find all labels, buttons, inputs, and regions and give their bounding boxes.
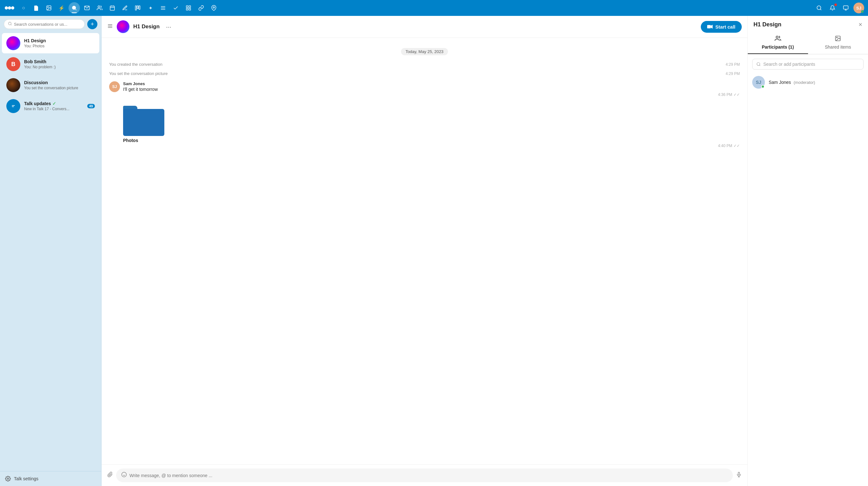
mail-nav-icon[interactable] [81,2,93,13]
links-nav-icon[interactable] [195,2,207,13]
folder-name: Photos [123,138,164,143]
folder-attachment[interactable]: Photos [123,106,164,143]
search-participants-bar[interactable] [752,59,864,69]
tasks-nav-icon[interactable] [157,2,169,13]
conv-info-h1design: H1 Design You: Photos [24,38,95,48]
online-status-dot [861,10,864,13]
conv-avatar-discussion [6,78,20,92]
system-message-0: You created the conversation 4:29 PM [109,61,740,68]
deck-nav-icon[interactable] [132,2,144,13]
mic-icon[interactable] [736,472,742,479]
chat-title: H1 Design [133,24,160,30]
settings-label: Talk settings [14,476,38,481]
location-nav-icon[interactable] [208,2,220,13]
sender-avatar-0: SJ [109,81,120,92]
svg-point-24 [213,7,215,8]
chat-messages: Today, May 25, 2023 You created the conv… [101,38,747,464]
activity-nav-icon[interactable]: ⚡ [56,2,67,13]
calendar-nav-icon[interactable] [106,2,118,13]
search-input[interactable] [14,22,81,27]
circle-nav-icon[interactable]: ○ [18,2,29,13]
svg-point-39 [122,473,127,477]
sidebar-toggle-icon[interactable] [107,23,113,30]
global-search-icon[interactable] [813,2,825,13]
folder-body [123,109,164,136]
svg-rect-27 [844,6,848,9]
conv-avatar-bob: B [6,57,20,71]
screen-sharing-icon[interactable] [840,2,851,13]
svg-line-7 [75,9,76,10]
conv-info-talkupdates: Talk updates ✓ New in Talk 17 - Convers.… [24,101,84,111]
sidebar-footer[interactable]: Talk settings [0,471,101,486]
read-checkmark-1: ✓✓ [734,144,740,148]
add-conversation-button[interactable]: + [87,19,97,29]
tab-shared-items[interactable]: Shared items [808,31,868,54]
read-checkmark-0: ✓✓ [734,92,740,97]
conv-name-h1design: H1 Design [24,38,95,43]
svg-rect-15 [137,6,138,8]
conv-name-bob: Bob Smith [24,59,95,64]
svg-point-33 [7,478,9,480]
svg-rect-22 [189,8,191,10]
conversation-item-discussion[interactable]: Discussion You set the conversation pict… [2,75,99,95]
conversation-item-bob[interactable]: B Bob Smith You: No problem :) [2,54,99,74]
notes-nav-icon[interactable] [119,2,131,13]
participants-tab-label: Participants (1) [762,45,794,50]
right-panel-title: H1 Design [753,21,781,28]
attach-icon[interactable] [107,472,113,479]
msg-time-row-1: 4:40 PM ✓✓ [123,144,740,148]
svg-line-26 [820,9,821,10]
message-group-0: SJ Sam Jones I'll get it tomorrow 4:36 P… [109,81,740,97]
notifications-icon[interactable] [827,2,838,13]
msg-time-0: 4:36 PM [718,92,732,97]
nextcloud-logo[interactable] [4,2,15,13]
tab-participants[interactable]: Participants (1) [748,31,808,54]
conv-name-talkupdates: Talk updates ✓ [24,101,84,106]
contacts-nav-icon[interactable] [94,2,105,13]
msg-time-1: 4:40 PM [718,144,732,148]
msg-content-0: Sam Jones I'll get it tomorrow 4:36 PM ✓… [123,81,740,97]
search-participants-input[interactable] [763,62,860,67]
shared-items-tab-label: Shared items [825,45,851,50]
participant-info-samjones: Sam Jones (moderator) [769,79,815,85]
svg-point-2 [8,6,11,9]
date-badge: Today, May 25, 2023 [401,48,448,55]
system-message-1: You set the conversation picture 4:29 PM [109,70,740,77]
conversation-item-talkupdates[interactable]: Talk updates ✓ New in Talk 17 - Convers.… [2,96,99,116]
topbar-right: SJ [813,2,864,13]
conversation-item-h1design[interactable]: H1 Design You: Photos [2,33,99,53]
photos-nav-icon[interactable] [43,2,55,13]
checkmarks-nav-icon[interactable] [170,2,182,13]
topbar-nav: ○ ⚡ ✦ [18,2,811,13]
chat-input-area [101,464,747,486]
chat-header-left: H1 Design ··· [107,20,697,33]
conv-preview-bob: You: No problem :) [24,65,95,69]
files-nav-icon[interactable] [30,2,42,13]
system-msg-time-0: 4:29 PM [725,62,740,67]
close-panel-button[interactable]: × [859,21,862,28]
chat-area: H1 Design ··· Start call Today, May 25, … [101,16,747,486]
conversation-search-bar[interactable] [4,19,85,29]
svg-point-9 [98,6,100,8]
svg-point-1 [5,6,8,9]
svg-point-25 [817,6,821,9]
emoji-icon[interactable] [121,472,127,479]
start-call-button[interactable]: Start call [701,21,742,33]
more-options-icon[interactable]: ··· [166,23,171,30]
conv-preview-h1design: You: Photos [24,44,95,48]
user-avatar[interactable]: SJ [854,3,864,13]
ai-nav-icon[interactable]: ✦ [145,2,156,13]
svg-rect-14 [135,6,137,10]
msg-text-0: I'll get it tomorrow [123,87,740,92]
system-msg-text-1: You set the conversation picture [109,71,168,76]
chat-conv-avatar [117,20,129,33]
grid-nav-icon[interactable] [183,2,194,13]
chat-input-wrapper [116,468,733,482]
svg-point-3 [11,6,14,9]
talk-nav-icon[interactable] [68,2,80,13]
chat-input[interactable] [129,473,728,478]
conv-avatar-h1design [6,36,20,50]
conv-name-discussion: Discussion [24,80,95,85]
settings-icon [5,476,11,482]
shared-items-tab-icon [835,35,841,43]
